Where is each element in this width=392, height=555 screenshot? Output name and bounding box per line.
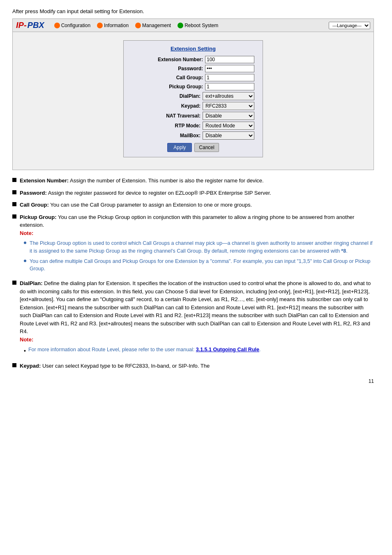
list-item-keypad: Keypad: User can select Keypad type to b… xyxy=(12,362,374,370)
information-icon xyxy=(97,23,103,28)
dialplan-sub-bullet-text: For more information about Route Level, … xyxy=(28,346,261,354)
page-number: 11 xyxy=(12,378,374,384)
dialplan-text: Define the dialing plan for Extension. I… xyxy=(20,280,371,334)
bullet-square xyxy=(12,281,16,285)
password-input[interactable] xyxy=(205,65,254,72)
nat-traversal-select[interactable]: Disable Enable xyxy=(203,112,254,120)
password-label: Password: xyxy=(158,66,203,71)
description-list: Extension Number: Assign the number of E… xyxy=(12,177,374,370)
extension-number-term: Extension Number: xyxy=(20,177,69,184)
management-icon xyxy=(135,23,141,28)
keypad-select[interactable]: RFC2833 In-band SIP-Info xyxy=(203,102,254,110)
reboot-icon xyxy=(178,23,183,28)
pickup-group-text: You can use the Pickup Group option in c… xyxy=(20,214,354,228)
password-row: Password: xyxy=(132,65,254,72)
logo: IP-PBX xyxy=(16,21,44,30)
pickup-group-note-label: Note: xyxy=(20,230,33,236)
dialplan-sub-bullets: • For more information about Route Level… xyxy=(24,346,374,355)
nat-traversal-row: NAT Traversal: Disable Enable xyxy=(132,112,254,120)
nav-reboot[interactable]: Reboot System xyxy=(178,23,218,28)
rtp-mode-select[interactable]: Routed Mode Direct Mode xyxy=(203,122,254,130)
pickup-group-term: Pickup Group: xyxy=(20,214,57,220)
dialplan-row: DialPlan: ext+allroutes ext-only ext+R1 … xyxy=(132,92,254,100)
call-group-input[interactable] xyxy=(205,74,254,81)
content-area: Extension Number: Assign the number of E… xyxy=(12,177,374,384)
pickup-group-label: Pickup Group: xyxy=(158,84,203,90)
dialplan-term: DialPlan: xyxy=(20,280,43,286)
language-select[interactable]: ---Language--- xyxy=(329,22,370,29)
extension-number-label: Extension Number: xyxy=(158,57,203,62)
extension-number-row: Extension Number: xyxy=(132,56,254,63)
keypad-row: Keypad: RFC2833 In-band SIP-Info xyxy=(132,102,254,110)
rtp-mode-row: RTP Mode: Routed Mode Direct Mode xyxy=(132,122,254,130)
bullet-square xyxy=(12,363,16,367)
sub-bullet-item-2: You can define multiple Call Groups and … xyxy=(24,258,374,273)
sub-bullet-dot-1 xyxy=(24,242,26,244)
form-buttons: Apply Cancel xyxy=(132,143,254,152)
sub-bullet-item-1: The Pickup Group option is used to contr… xyxy=(24,240,374,255)
mailbox-select[interactable]: Disable Enable xyxy=(203,131,254,140)
nav-bar: IP-PBX Configuration Information Managem… xyxy=(13,19,374,32)
bullet-square xyxy=(12,202,16,206)
pickup-group-input[interactable] xyxy=(205,83,254,90)
cancel-button[interactable]: Cancel xyxy=(194,143,219,152)
list-item-pickup-group: Pickup Group: You can use the Pickup Gro… xyxy=(12,213,374,276)
logo-ip: IP- xyxy=(16,21,27,30)
list-item-dialplan: DialPlan: Define the dialing plan for Ex… xyxy=(12,279,374,358)
nav-management-label: Management xyxy=(142,23,171,28)
keypad-term: Keypad: xyxy=(20,363,41,369)
configuration-icon xyxy=(54,23,60,28)
list-item-extension-number: Extension Number: Assign the number of E… xyxy=(12,177,374,185)
rtp-mode-label: RTP Mode: xyxy=(155,123,201,129)
nav-information-label: Information xyxy=(104,23,129,28)
call-group-row: Call Group: xyxy=(132,74,254,81)
nav-information[interactable]: Information xyxy=(97,23,129,28)
extension-number-input[interactable] xyxy=(205,56,254,63)
form-area: Extension Setting Extension Number: Pass… xyxy=(13,32,374,170)
password-term: Password: xyxy=(20,190,47,196)
nat-traversal-label: NAT Traversal: xyxy=(155,113,201,119)
nav-reboot-label: Reboot System xyxy=(184,23,218,28)
call-group-text: You can use the Call Group parameter to … xyxy=(50,202,252,208)
keypad-desc: Keypad: User can select Keypad type to b… xyxy=(20,362,374,370)
mailbox-row: MailBox: Disable Enable xyxy=(132,131,254,140)
top-note: After press Modify can input detail sett… xyxy=(12,8,380,14)
sub-bullet-dot-2 xyxy=(24,260,26,262)
bullet-square xyxy=(12,178,16,182)
pickup-group-sub-bullets: The Pickup Group option is used to contr… xyxy=(24,240,374,273)
list-item-password: Password: Assign the register password f… xyxy=(12,189,374,197)
nav-management[interactable]: Management xyxy=(135,23,171,28)
dialplan-desc: DialPlan: Define the dialing plan for Ex… xyxy=(20,279,374,358)
extension-number-text: Assign the number of Extension. This num… xyxy=(70,177,264,184)
dialplan-label: DialPlan: xyxy=(155,93,201,99)
sub-bullet-text-1: The Pickup Group option is used to contr… xyxy=(30,240,374,255)
dialplan-sub-bullet-item: • For more information about Route Level… xyxy=(24,346,374,355)
nav-configuration-label: Configuration xyxy=(61,23,90,28)
form-title: Extension Setting xyxy=(132,46,254,52)
nav-configuration[interactable]: Configuration xyxy=(54,23,90,28)
call-group-desc: Call Group: You can use the Call Group p… xyxy=(20,201,374,209)
pickup-group-desc: Pickup Group: You can use the Pickup Gro… xyxy=(20,213,374,276)
apply-button[interactable]: Apply xyxy=(167,143,192,152)
mailbox-label: MailBox: xyxy=(155,133,201,138)
bullet-square xyxy=(12,190,16,194)
call-group-label: Call Group: xyxy=(158,75,203,81)
extension-setting-form: Extension Setting Extension Number: Pass… xyxy=(123,40,263,157)
password-desc: Password: Assign the register password f… xyxy=(20,189,374,197)
list-item-call-group: Call Group: You can use the Call Group p… xyxy=(12,201,374,209)
logo-pbx: PBX xyxy=(28,21,44,30)
main-panel: IP-PBX Configuration Information Managem… xyxy=(12,18,374,170)
password-text: Assign the register password for device … xyxy=(48,190,271,196)
bullet-square xyxy=(12,214,16,219)
dialplan-select[interactable]: ext+allroutes ext-only ext+R1 ext+R12 ex… xyxy=(203,92,254,100)
call-group-term: Call Group: xyxy=(20,202,49,208)
dialplan-note-label: Note: xyxy=(20,336,33,343)
keypad-text: User can select Keypad type to be RFC283… xyxy=(42,363,210,369)
sub-bullet-text-2: You can define multiple Call Groups and … xyxy=(30,258,374,273)
keypad-label: Keypad: xyxy=(155,103,201,109)
extension-number-desc: Extension Number: Assign the number of E… xyxy=(20,177,374,185)
pickup-group-row: Pickup Group: xyxy=(132,83,254,90)
outgoing-call-rule-link[interactable]: 3.1.5.1 Outgoing Call Rule xyxy=(196,347,259,352)
